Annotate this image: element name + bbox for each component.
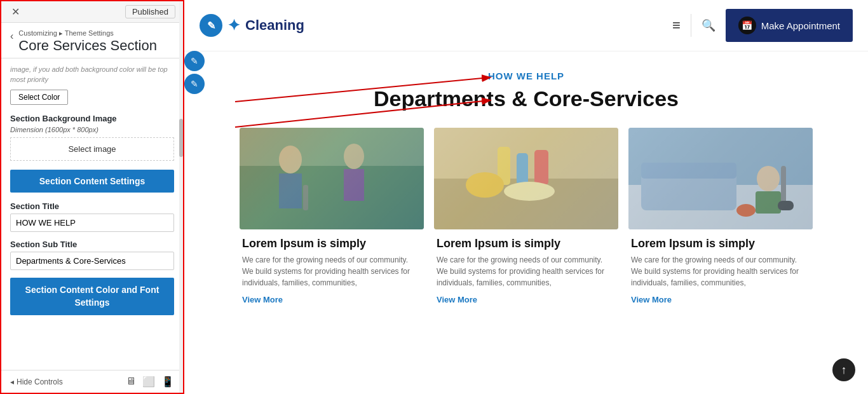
svg-rect-17 — [641, 163, 736, 179]
card-3: Lorem Ipsum is simply We care for the gr… — [628, 128, 813, 308]
svg-rect-21 — [781, 166, 786, 204]
card-text-1: We care for the growing needs of our com… — [242, 254, 421, 289]
card-text-3: We care for the growing needs of our com… — [631, 254, 810, 289]
desktop-icon[interactable]: 🖥 — [126, 376, 136, 388]
section-color-font-button[interactable]: Section Content Color and Font Settings — [10, 278, 174, 315]
card-title-1: Lorem Ipsum is simply — [242, 237, 421, 250]
card-1: Lorem Ipsum is simply We care for the gr… — [240, 128, 424, 308]
left-panel: ✕ Published ‹ Customizing ▸ Theme Settin… — [0, 0, 184, 394]
svg-rect-6 — [303, 185, 308, 210]
appointment-icon: 📅 — [738, 17, 756, 34]
svg-rect-11 — [534, 150, 548, 185]
card-body-3: Lorem Ipsum is simply We care for the gr… — [628, 229, 813, 308]
logo-icon: ✎ — [200, 14, 222, 37]
svg-rect-10 — [517, 153, 528, 185]
scroll-thumb — [179, 119, 183, 157]
hero-title: Departments & Core-Services — [222, 86, 830, 111]
device-icons: 🖥 ⬜ 📱 — [126, 376, 174, 388]
svg-point-18 — [757, 166, 780, 191]
card-body-1: Lorem Ipsum is simply We care for the gr… — [240, 229, 424, 308]
svg-point-13 — [466, 172, 504, 198]
card-2: Lorem Ipsum is simply We care for the gr… — [434, 128, 618, 308]
nav-divider — [691, 14, 691, 37]
bg-image-dimension: Dimension (1600px * 800px) — [10, 126, 174, 133]
card-image-3 — [628, 128, 813, 229]
card-body-2: Lorem Ipsum is simply We care for the gr… — [434, 229, 618, 308]
card-title-3: Lorem Ipsum is simply — [631, 237, 810, 250]
hero-section: HOW WE HELP Departments & Core-Services — [184, 51, 868, 121]
svg-point-12 — [504, 182, 555, 201]
section-content-settings-button[interactable]: Section Content Settings — [10, 170, 174, 193]
published-badge: Published — [125, 5, 175, 18]
hide-icon: ◂ — [10, 377, 14, 386]
hamburger-icon[interactable]: ≡ — [672, 17, 681, 34]
mobile-icon[interactable]: 📱 — [161, 376, 174, 388]
edit-pencil-top[interactable]: ✎ — [184, 51, 205, 71]
svg-rect-3 — [279, 173, 302, 208]
svg-rect-19 — [756, 191, 781, 214]
svg-rect-5 — [344, 169, 364, 201]
section-title-input[interactable] — [10, 214, 174, 232]
logo-text: Cleaning — [245, 17, 304, 34]
scrollbar[interactable] — [179, 1, 183, 393]
tablet-icon[interactable]: ⬜ — [142, 376, 155, 388]
hide-controls-button[interactable]: ◂ Hide Controls — [10, 377, 63, 386]
svg-rect-1 — [240, 166, 424, 229]
navbar: ✎ ✦ Cleaning ≡ 🔍 📅 Make Appointment — [184, 0, 868, 51]
card-text-2: We care for the growing needs of our com… — [437, 254, 616, 289]
hero-subtitle: HOW WE HELP — [222, 71, 830, 81]
svg-point-20 — [736, 204, 756, 217]
search-icon[interactable]: 🔍 — [702, 18, 715, 32]
panel-section-title: Core Services Section — [18, 37, 157, 54]
appointment-button[interactable]: 📅 Make Appointment — [726, 9, 853, 42]
view-more-1[interactable]: View More — [242, 295, 283, 304]
edit-sidebar: ✎ ✎ — [184, 51, 205, 94]
top-bar: ✕ Published — [1, 1, 183, 23]
main-content: ✎ ✦ Cleaning ≡ 🔍 📅 Make Appointment ✎ ✎ … — [184, 0, 868, 394]
bg-image-label: Section Background Image — [10, 114, 174, 123]
section-title-label: Section Title — [10, 201, 174, 211]
card-image-2 — [434, 128, 618, 229]
bg-color-note: image, if you add both background color … — [10, 65, 174, 85]
logo: ✎ ✦ Cleaning — [200, 14, 304, 37]
panel-header: ‹ Customizing ▸ Theme Settings Core Serv… — [1, 23, 183, 58]
view-more-2[interactable]: View More — [437, 295, 477, 304]
section-subtitle-label: Section Sub Title — [10, 240, 174, 249]
close-icon[interactable]: ✕ — [9, 6, 22, 18]
select-color-button[interactable]: Select Color — [10, 90, 68, 105]
panel-body: image, if you add both background color … — [1, 58, 183, 370]
section-subtitle-input[interactable] — [10, 252, 174, 270]
breadcrumb: Customizing ▸ Theme Settings — [18, 29, 157, 37]
edit-pencil-bottom[interactable]: ✎ — [184, 74, 205, 94]
scroll-up-button[interactable]: ↑ — [832, 358, 855, 381]
view-more-3[interactable]: View More — [631, 295, 672, 304]
svg-rect-22 — [778, 201, 794, 210]
select-image-area[interactable]: Select image — [10, 137, 174, 161]
card-title-2: Lorem Ipsum is simply — [437, 237, 616, 250]
panel-footer: ◂ Hide Controls 🖥 ⬜ 📱 — [1, 370, 183, 393]
logo-sparkle: ✦ — [227, 17, 240, 34]
cards-grid: Lorem Ipsum is simply We care for the gr… — [184, 121, 868, 314]
svg-point-2 — [279, 146, 302, 173]
back-button[interactable]: ‹ — [10, 31, 13, 42]
card-image-1 — [240, 128, 424, 229]
svg-point-4 — [344, 144, 364, 169]
